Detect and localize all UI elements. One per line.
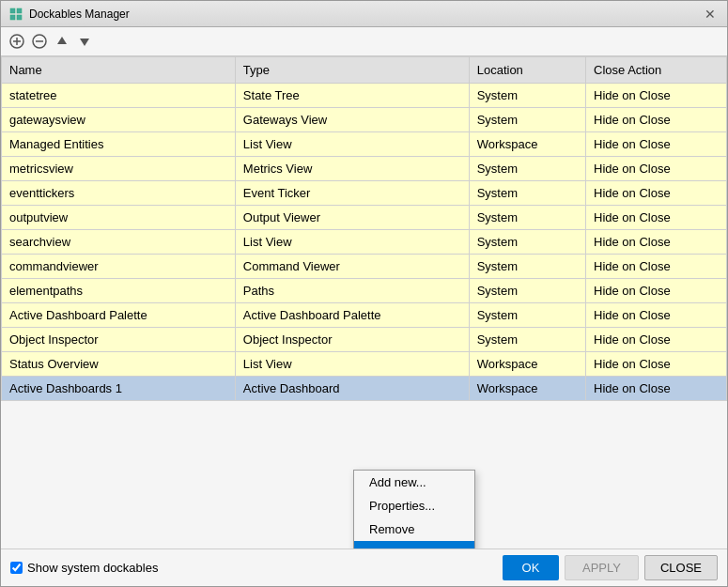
context-menu-item[interactable]: Remove <box>354 517 474 541</box>
table-row[interactable]: Active Dashboard PaletteActive Dashboard… <box>2 303 727 328</box>
col-header-location: Location <box>469 57 585 84</box>
cell-name: Active Dashboards 1 <box>2 377 236 401</box>
cell-location: System <box>469 84 585 108</box>
col-header-name: Name <box>2 57 236 84</box>
cell-location: Workspace <box>469 132 585 157</box>
ok-button[interactable]: OK <box>503 555 559 580</box>
cell-name: searchview <box>2 230 236 255</box>
cell-type: Event Ticker <box>235 181 469 206</box>
table-row[interactable]: eventtickersEvent TickerSystemHide on Cl… <box>2 181 727 206</box>
table-row[interactable]: outputviewOutput ViewerSystemHide on Clo… <box>2 206 727 230</box>
table-row[interactable]: elementpathsPathsSystemHide on Close <box>2 279 727 303</box>
footer-buttons: OK APPLY CLOSE <box>503 555 718 580</box>
cell-type: List View <box>235 230 469 255</box>
cell-name: eventtickers <box>2 181 236 206</box>
cell-name: commandviewer <box>2 255 236 279</box>
cell-location: System <box>469 157 585 181</box>
table-row[interactable]: Active Dashboards 1Active DashboardWorks… <box>2 377 727 401</box>
footer: Show system dockables OK APPLY CLOSE <box>1 548 727 586</box>
cell-name: Managed Entities <box>2 132 236 157</box>
context-menu-item[interactable]: Add new... <box>354 471 474 494</box>
cell-close_action: Hide on Close <box>586 377 727 401</box>
checkbox-area: Show system dockables <box>10 561 495 575</box>
cell-name: Object Inspector <box>2 328 236 352</box>
cell-close_action: Hide on Close <box>586 181 727 206</box>
cell-close_action: Hide on Close <box>586 84 727 108</box>
table-row[interactable]: Object InspectorObject InspectorSystemHi… <box>2 328 727 352</box>
cell-close_action: Hide on Close <box>586 157 727 181</box>
cell-type: Metrics View <box>235 157 469 181</box>
table-row[interactable]: Managed EntitiesList ViewWorkspaceHide o… <box>2 132 727 157</box>
cell-name: Active Dashboard Palette <box>2 303 236 328</box>
cell-type: Paths <box>235 279 469 303</box>
cell-location: System <box>469 181 585 206</box>
context-menu: Add new...Properties...RemoveExport... <box>353 470 475 548</box>
col-header-close-action: Close Action <box>586 57 727 84</box>
add-button[interactable] <box>7 31 27 52</box>
content-area: Name Type Location Close Action statetre… <box>1 56 727 548</box>
cell-location: System <box>469 206 585 230</box>
window-close-button[interactable]: ✕ <box>701 5 720 23</box>
cell-name: gatewaysview <box>2 108 236 132</box>
cell-type: Object Inspector <box>235 328 469 352</box>
table-header-row: Name Type Location Close Action <box>2 57 727 84</box>
cell-close_action: Hide on Close <box>586 206 727 230</box>
dockables-table: Name Type Location Close Action statetre… <box>1 56 727 401</box>
title-text: Dockables Manager <box>29 8 701 21</box>
cell-close_action: Hide on Close <box>586 303 727 328</box>
context-menu-item[interactable]: Properties... <box>354 494 474 517</box>
cell-location: System <box>469 303 585 328</box>
svg-rect-1 <box>17 8 22 13</box>
table-row[interactable]: statetreeState TreeSystemHide on Close <box>2 84 727 108</box>
context-menu-item[interactable]: Export... <box>354 541 474 548</box>
cell-location: System <box>469 255 585 279</box>
cell-type: State Tree <box>235 84 469 108</box>
cell-location: System <box>469 328 585 352</box>
cell-location: Workspace <box>469 377 585 401</box>
cell-location: System <box>469 230 585 255</box>
cell-type: List View <box>235 352 469 377</box>
toolbar <box>1 27 727 56</box>
apply-button: APPLY <box>565 555 639 580</box>
svg-marker-9 <box>57 37 67 44</box>
cell-name: elementpaths <box>2 279 236 303</box>
svg-marker-10 <box>80 39 89 46</box>
cell-close_action: Hide on Close <box>586 132 727 157</box>
move-down-button[interactable] <box>74 31 95 52</box>
cell-close_action: Hide on Close <box>586 328 727 352</box>
title-bar: Dockables Manager ✕ <box>1 1 727 27</box>
cell-location: System <box>469 279 585 303</box>
cell-close_action: Hide on Close <box>586 352 727 377</box>
cell-name: outputview <box>2 206 236 230</box>
cell-type: Command Viewer <box>235 255 469 279</box>
cell-type: Gateways View <box>235 108 469 132</box>
table-row[interactable]: metricsviewMetrics ViewSystemHide on Clo… <box>2 157 727 181</box>
cell-type: List View <box>235 132 469 157</box>
cell-type: Active Dashboard <box>235 377 469 401</box>
cell-type: Active Dashboard Palette <box>235 303 469 328</box>
cell-close_action: Hide on Close <box>586 279 727 303</box>
cell-location: System <box>469 108 585 132</box>
cell-name: statetree <box>2 84 236 108</box>
app-icon <box>8 7 23 22</box>
table-row[interactable]: commandviewerCommand ViewerSystemHide on… <box>2 255 727 279</box>
cell-name: Status Overview <box>2 352 236 377</box>
svg-rect-3 <box>17 15 22 20</box>
svg-rect-0 <box>10 8 15 13</box>
col-header-type: Type <box>235 57 469 84</box>
show-system-checkbox[interactable] <box>10 562 23 574</box>
close-button[interactable]: CLOSE <box>644 555 718 580</box>
cell-close_action: Hide on Close <box>586 230 727 255</box>
cell-location: Workspace <box>469 352 585 377</box>
table-row[interactable]: gatewaysviewGateways ViewSystemHide on C… <box>2 108 727 132</box>
cell-type: Output Viewer <box>235 206 469 230</box>
svg-rect-2 <box>10 15 15 20</box>
main-window: Dockables Manager ✕ <box>0 0 728 587</box>
show-system-label: Show system dockables <box>27 561 158 575</box>
remove-button[interactable] <box>29 31 50 52</box>
table-row[interactable]: searchviewList ViewSystemHide on Close <box>2 230 727 255</box>
table-row[interactable]: Status OverviewList ViewWorkspaceHide on… <box>2 352 727 377</box>
cell-name: metricsview <box>2 157 236 181</box>
cell-close_action: Hide on Close <box>586 108 727 132</box>
move-up-button[interactable] <box>52 31 72 52</box>
